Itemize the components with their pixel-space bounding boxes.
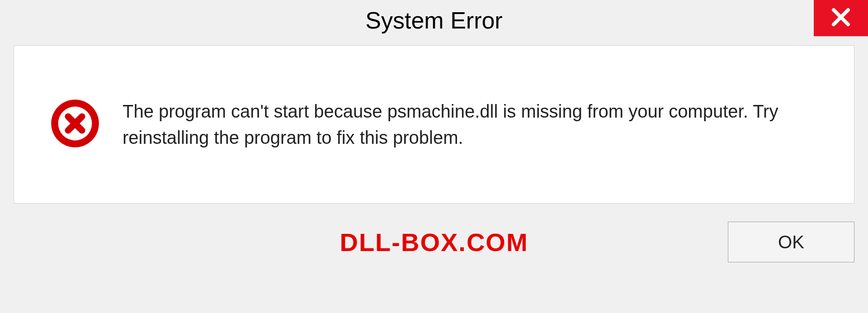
watermark-text: DLL-BOX.COM [340, 228, 528, 257]
dialog-footer: DLL-BOX.COM OK [14, 219, 854, 265]
title-bar: System Error [0, 0, 868, 41]
ok-button-label: OK [778, 232, 804, 252]
error-icon [50, 99, 100, 150]
dialog-message: The program can't start because psmachin… [123, 98, 836, 151]
dialog-title: System Error [365, 7, 502, 34]
close-icon [830, 6, 852, 30]
ok-button[interactable]: OK [728, 222, 854, 262]
dialog-content-panel: The program can't start because psmachin… [14, 45, 854, 204]
close-button[interactable] [814, 0, 868, 36]
